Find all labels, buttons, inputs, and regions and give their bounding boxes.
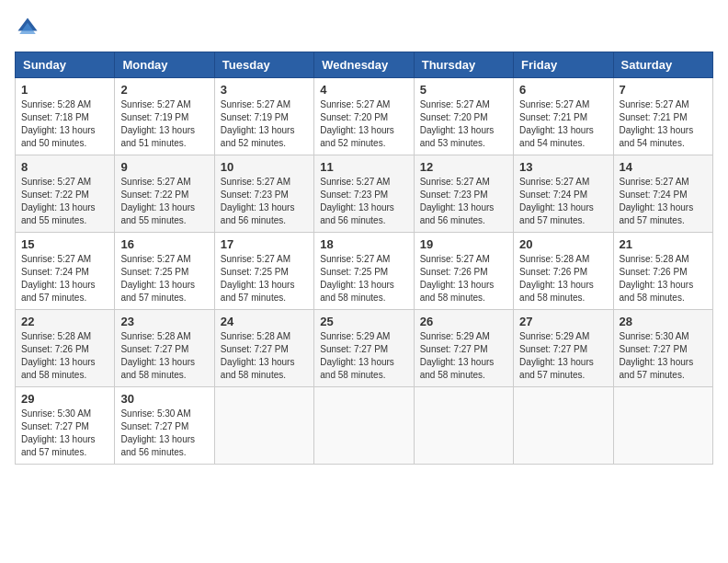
calendar-day-cell: 24 Sunrise: 5:28 AM Sunset: 7:27 PM Dayl… (214, 310, 313, 387)
day-number: 26 (420, 315, 507, 328)
day-info: Sunrise: 5:28 AM Sunset: 7:26 PM Dayligh… (21, 330, 108, 382)
calendar-day-cell: 11 Sunrise: 5:27 AM Sunset: 7:23 PM Dayl… (314, 155, 414, 233)
weekday-header-sunday: Sunday (16, 52, 115, 78)
day-info: Sunrise: 5:28 AM Sunset: 7:18 PM Dayligh… (21, 98, 108, 150)
day-info: Sunrise: 5:27 AM Sunset: 7:23 PM Dayligh… (221, 176, 308, 227)
weekday-header-row: SundayMondayTuesdayWednesdayThursdayFrid… (16, 52, 713, 78)
day-number: 24 (221, 315, 308, 328)
calendar-table: SundayMondayTuesdayWednesdayThursdayFrid… (15, 52, 713, 465)
calendar-day-cell: 7 Sunrise: 5:27 AM Sunset: 7:21 PM Dayli… (613, 78, 712, 155)
weekday-header-friday: Friday (514, 52, 613, 78)
day-info: Sunrise: 5:28 AM Sunset: 7:27 PM Dayligh… (221, 330, 308, 382)
calendar-day-cell: 9 Sunrise: 5:27 AM Sunset: 7:22 PM Dayli… (115, 155, 214, 233)
calendar-day-cell: 3 Sunrise: 5:27 AM Sunset: 7:19 PM Dayli… (214, 78, 313, 155)
day-info: Sunrise: 5:29 AM Sunset: 7:27 PM Dayligh… (320, 330, 407, 382)
day-number: 25 (320, 315, 407, 328)
day-info: Sunrise: 5:27 AM Sunset: 7:21 PM Dayligh… (519, 98, 607, 150)
day-info: Sunrise: 5:27 AM Sunset: 7:22 PM Dayligh… (120, 176, 208, 227)
calendar-day-cell: 2 Sunrise: 5:27 AM Sunset: 7:19 PM Dayli… (115, 78, 214, 155)
day-number: 28 (620, 315, 707, 328)
day-number: 19 (420, 237, 507, 251)
day-info: Sunrise: 5:29 AM Sunset: 7:27 PM Dayligh… (519, 330, 607, 382)
logo (15, 15, 44, 40)
calendar-day-cell (314, 387, 414, 465)
day-number: 10 (221, 160, 308, 174)
calendar-day-cell: 12 Sunrise: 5:27 AM Sunset: 7:23 PM Dayl… (414, 155, 513, 233)
calendar-day-cell: 27 Sunrise: 5:29 AM Sunset: 7:27 PM Dayl… (514, 310, 613, 387)
day-info: Sunrise: 5:27 AM Sunset: 7:21 PM Dayligh… (620, 98, 707, 150)
day-info: Sunrise: 5:27 AM Sunset: 7:26 PM Dayligh… (420, 253, 507, 304)
calendar-week-row: 1 Sunrise: 5:28 AM Sunset: 7:18 PM Dayli… (16, 78, 713, 155)
day-info: Sunrise: 5:27 AM Sunset: 7:24 PM Dayligh… (620, 176, 707, 227)
calendar-day-cell: 16 Sunrise: 5:27 AM Sunset: 7:25 PM Dayl… (115, 233, 214, 310)
logo-icon (15, 15, 40, 40)
calendar-day-cell (414, 387, 513, 465)
weekday-header-thursday: Thursday (414, 52, 513, 78)
day-number: 27 (519, 315, 607, 328)
calendar-day-cell: 5 Sunrise: 5:27 AM Sunset: 7:20 PM Dayli… (414, 78, 513, 155)
calendar-day-cell (214, 387, 313, 465)
day-info: Sunrise: 5:27 AM Sunset: 7:22 PM Dayligh… (21, 176, 108, 227)
calendar-day-cell: 14 Sunrise: 5:27 AM Sunset: 7:24 PM Dayl… (613, 155, 712, 233)
calendar-day-cell: 21 Sunrise: 5:28 AM Sunset: 7:26 PM Dayl… (613, 233, 712, 310)
day-number: 16 (120, 237, 208, 251)
calendar-day-cell: 23 Sunrise: 5:28 AM Sunset: 7:27 PM Dayl… (115, 310, 214, 387)
day-number: 14 (620, 160, 707, 174)
weekday-header-monday: Monday (115, 52, 214, 78)
day-info: Sunrise: 5:29 AM Sunset: 7:27 PM Dayligh… (420, 330, 507, 382)
day-number: 11 (320, 160, 407, 174)
day-info: Sunrise: 5:27 AM Sunset: 7:24 PM Dayligh… (519, 176, 607, 227)
calendar-day-cell: 29 Sunrise: 5:30 AM Sunset: 7:27 PM Dayl… (16, 387, 115, 465)
calendar-day-cell: 4 Sunrise: 5:27 AM Sunset: 7:20 PM Dayli… (314, 78, 414, 155)
calendar-day-cell: 19 Sunrise: 5:27 AM Sunset: 7:26 PM Dayl… (414, 233, 513, 310)
day-info: Sunrise: 5:28 AM Sunset: 7:26 PM Dayligh… (620, 253, 707, 304)
day-info: Sunrise: 5:30 AM Sunset: 7:27 PM Dayligh… (21, 408, 108, 459)
day-info: Sunrise: 5:27 AM Sunset: 7:25 PM Dayligh… (221, 253, 308, 304)
day-number: 2 (120, 83, 208, 97)
weekday-header-wednesday: Wednesday (314, 52, 414, 78)
day-number: 20 (519, 237, 607, 251)
day-number: 23 (120, 315, 208, 328)
calendar-day-cell: 1 Sunrise: 5:28 AM Sunset: 7:18 PM Dayli… (16, 78, 115, 155)
day-info: Sunrise: 5:27 AM Sunset: 7:20 PM Dayligh… (320, 98, 407, 150)
calendar-week-row: 29 Sunrise: 5:30 AM Sunset: 7:27 PM Dayl… (16, 387, 713, 465)
day-number: 12 (420, 160, 507, 174)
day-number: 3 (221, 83, 308, 97)
calendar-day-cell (514, 387, 613, 465)
weekday-header-tuesday: Tuesday (214, 52, 313, 78)
page-header (15, 15, 713, 40)
day-info: Sunrise: 5:27 AM Sunset: 7:25 PM Dayligh… (320, 253, 407, 304)
calendar-day-cell: 25 Sunrise: 5:29 AM Sunset: 7:27 PM Dayl… (314, 310, 414, 387)
calendar-day-cell: 6 Sunrise: 5:27 AM Sunset: 7:21 PM Dayli… (514, 78, 613, 155)
day-number: 7 (620, 83, 707, 97)
day-number: 30 (120, 392, 208, 406)
day-number: 21 (620, 237, 707, 251)
calendar-day-cell: 26 Sunrise: 5:29 AM Sunset: 7:27 PM Dayl… (414, 310, 513, 387)
day-info: Sunrise: 5:28 AM Sunset: 7:27 PM Dayligh… (120, 330, 208, 382)
calendar-day-cell: 30 Sunrise: 5:30 AM Sunset: 7:27 PM Dayl… (115, 387, 214, 465)
calendar-day-cell: 13 Sunrise: 5:27 AM Sunset: 7:24 PM Dayl… (514, 155, 613, 233)
day-info: Sunrise: 5:27 AM Sunset: 7:25 PM Dayligh… (120, 253, 208, 304)
day-info: Sunrise: 5:30 AM Sunset: 7:27 PM Dayligh… (620, 330, 707, 382)
calendar-week-row: 8 Sunrise: 5:27 AM Sunset: 7:22 PM Dayli… (16, 155, 713, 233)
calendar-day-cell: 8 Sunrise: 5:27 AM Sunset: 7:22 PM Dayli… (16, 155, 115, 233)
calendar-day-cell: 15 Sunrise: 5:27 AM Sunset: 7:24 PM Dayl… (16, 233, 115, 310)
calendar-week-row: 15 Sunrise: 5:27 AM Sunset: 7:24 PM Dayl… (16, 233, 713, 310)
day-number: 17 (221, 237, 308, 251)
day-number: 6 (519, 83, 607, 97)
day-number: 13 (519, 160, 607, 174)
day-info: Sunrise: 5:28 AM Sunset: 7:26 PM Dayligh… (519, 253, 607, 304)
day-number: 22 (21, 315, 108, 328)
day-info: Sunrise: 5:27 AM Sunset: 7:24 PM Dayligh… (21, 253, 108, 304)
day-number: 8 (21, 160, 108, 174)
calendar-day-cell: 22 Sunrise: 5:28 AM Sunset: 7:26 PM Dayl… (16, 310, 115, 387)
day-info: Sunrise: 5:30 AM Sunset: 7:27 PM Dayligh… (120, 408, 208, 459)
day-info: Sunrise: 5:27 AM Sunset: 7:23 PM Dayligh… (420, 176, 507, 227)
calendar-day-cell (613, 387, 712, 465)
calendar-day-cell: 10 Sunrise: 5:27 AM Sunset: 7:23 PM Dayl… (214, 155, 313, 233)
day-info: Sunrise: 5:27 AM Sunset: 7:19 PM Dayligh… (120, 98, 208, 150)
calendar-day-cell: 28 Sunrise: 5:30 AM Sunset: 7:27 PM Dayl… (613, 310, 712, 387)
day-number: 29 (21, 392, 108, 406)
day-number: 18 (320, 237, 407, 251)
day-number: 1 (21, 83, 108, 97)
